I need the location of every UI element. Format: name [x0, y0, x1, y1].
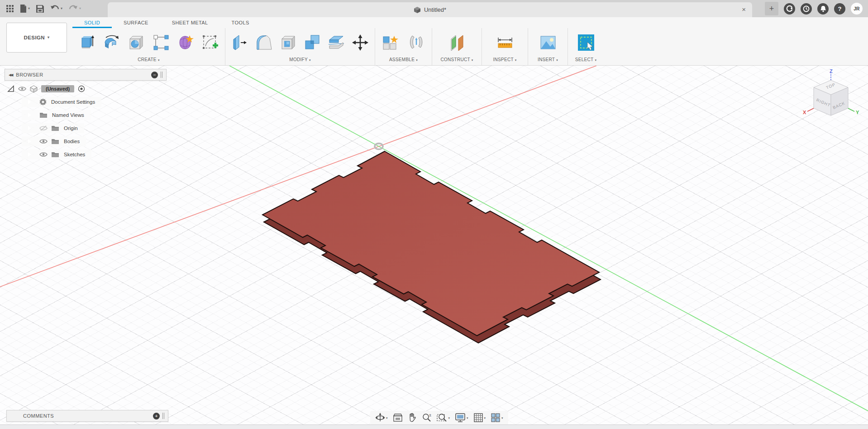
file-menu-button[interactable]: ▾: [20, 5, 30, 13]
app-launcher-icon[interactable]: [6, 5, 14, 12]
group-label-modify[interactable]: MODIFY ▾: [225, 56, 375, 65]
tab-tools[interactable]: TOOLS: [220, 18, 261, 28]
group-label-select[interactable]: SELECT ▾: [568, 56, 604, 65]
select-icon[interactable]: [576, 33, 596, 53]
extrude-icon[interactable]: [77, 33, 97, 53]
new-tab-button[interactable]: +: [765, 2, 778, 15]
group-construct: CONSTRUCT ▾: [432, 28, 482, 65]
redo-button[interactable]: ▾: [69, 5, 81, 12]
new-component-icon[interactable]: [381, 33, 401, 53]
notifications-bell-icon[interactable]: [817, 3, 829, 14]
minimize-panel-icon[interactable]: −: [151, 72, 158, 78]
job-status-icon[interactable]: [801, 3, 812, 14]
workspace-selector[interactable]: DESIGN ▾: [6, 23, 67, 53]
expand-arrow-icon[interactable]: [28, 113, 31, 117]
comments-panel-title: COMMENTS: [23, 413, 153, 419]
title-bar: ▾ ▾ ▾ Untitled* × + ? JR: [0, 0, 868, 17]
zoom-window-tool[interactable]: ▾: [435, 413, 452, 423]
model-body[interactable]: [262, 151, 601, 343]
expand-arrow-icon[interactable]: [28, 100, 31, 104]
document-cube-icon: [414, 6, 421, 14]
expand-arrow-icon[interactable]: [28, 126, 31, 130]
visibility-eye-icon[interactable]: [39, 139, 48, 144]
combine-icon[interactable]: [302, 33, 322, 53]
viewcube-x-label: X: [803, 110, 806, 115]
create-sketch-icon[interactable]: [200, 33, 220, 53]
group-label-assemble[interactable]: ASSEMBLE ▾: [375, 56, 432, 65]
browser-panel-header[interactable]: ◀◀ BROWSER −: [5, 69, 167, 81]
status-bar: [0, 424, 868, 429]
help-icon[interactable]: ?: [834, 3, 845, 14]
create-form-icon[interactable]: [176, 33, 196, 53]
chevron-down-icon[interactable]: ▾: [467, 416, 468, 419]
activate-component-radio[interactable]: [78, 85, 85, 92]
fillet-icon[interactable]: [254, 33, 274, 53]
rectangular-pattern-icon[interactable]: [151, 33, 171, 53]
browser-item-named-views[interactable]: Named Views: [22, 110, 91, 120]
joint-icon[interactable]: [406, 33, 426, 53]
measure-icon[interactable]: [495, 33, 515, 53]
visibility-hidden-eye-icon[interactable]: [39, 125, 48, 131]
toolbar-tabs: SOLID SURFACE SHEET METAL TOOLS: [72, 18, 261, 28]
chevron-down-icon: ▾: [79, 7, 81, 10]
browser-tree: (Unsaved) Document Settings Named Views: [5, 84, 101, 163]
3d-viewport[interactable]: ◀◀ BROWSER − (Unsaved) Document Sett: [0, 66, 868, 424]
group-select: SELECT ▾: [568, 28, 604, 65]
move-copy-icon[interactable]: [350, 33, 370, 53]
save-button[interactable]: [36, 5, 44, 13]
panel-drag-handle[interactable]: [162, 413, 164, 419]
look-at-tool[interactable]: [391, 413, 404, 422]
offset-plane-icon[interactable]: [447, 33, 467, 53]
revolve-icon[interactable]: [102, 33, 122, 53]
comments-panel-header[interactable]: COMMENTS +: [6, 410, 168, 422]
browser-item-document-settings[interactable]: Document Settings: [22, 97, 101, 107]
chevron-down-icon[interactable]: ▾: [386, 416, 388, 419]
chevron-down-icon[interactable]: ▾: [484, 416, 486, 419]
browser-root-row[interactable]: (Unsaved): [5, 84, 91, 94]
group-label-inspect[interactable]: INSPECT ▾: [482, 56, 528, 65]
browser-item-bodies[interactable]: Bodies: [22, 136, 86, 146]
panel-drag-handle[interactable]: [161, 72, 162, 78]
folder-icon: [39, 112, 48, 118]
visibility-eye-icon[interactable]: [18, 86, 26, 92]
close-tab-icon[interactable]: ×: [742, 5, 746, 14]
chevron-down-icon[interactable]: ▾: [448, 416, 450, 419]
view-cube[interactable]: Z TOP RIGHT BACK X Y: [801, 68, 861, 124]
hole-icon[interactable]: [126, 33, 146, 53]
zoom-tool[interactable]: ±: [420, 413, 433, 423]
browser-item-origin[interactable]: Origin: [22, 123, 84, 133]
visibility-eye-icon[interactable]: [39, 152, 48, 157]
group-create: CREATE ▾: [72, 28, 225, 65]
collapse-panel-icon[interactable]: ◀◀: [9, 73, 12, 77]
grid-and-snaps-tool[interactable]: ▾: [472, 413, 487, 423]
insert-canvas-icon[interactable]: [538, 33, 558, 53]
document-title: Untitled*: [424, 6, 446, 13]
folder-icon: [51, 138, 59, 145]
root-component-name[interactable]: (Unsaved): [41, 85, 74, 92]
display-settings-tool[interactable]: ▾: [453, 413, 470, 423]
browser-item-sketches[interactable]: Sketches: [22, 149, 91, 159]
press-pull-icon[interactable]: [230, 33, 250, 53]
extensions-icon[interactable]: [784, 3, 795, 14]
tab-solid[interactable]: SOLID: [72, 18, 112, 28]
expand-arrow-icon[interactable]: [28, 139, 31, 144]
add-comment-icon[interactable]: +: [153, 413, 160, 419]
viewcube-y-label: Y: [856, 110, 859, 115]
orbit-tool[interactable]: ▾: [374, 413, 389, 423]
group-label-construct[interactable]: CONSTRUCT ▾: [432, 56, 482, 65]
group-label-create[interactable]: CREATE ▾: [72, 56, 225, 65]
user-avatar[interactable]: JR: [851, 3, 863, 14]
tab-surface[interactable]: SURFACE: [112, 18, 160, 28]
undo-button[interactable]: ▾: [50, 5, 62, 12]
expand-arrow-icon[interactable]: [28, 152, 31, 157]
chevron-down-icon[interactable]: ▾: [501, 416, 503, 419]
toolbar: DESIGN ▾ SOLID SURFACE SHEET METAL TOOLS: [0, 17, 868, 66]
pan-tool[interactable]: [406, 413, 418, 423]
viewports-tool[interactable]: ▾: [489, 413, 505, 423]
shell-icon[interactable]: [278, 33, 298, 53]
group-label-insert[interactable]: INSERT ▾: [528, 56, 568, 65]
split-body-icon[interactable]: [326, 33, 346, 53]
document-tab[interactable]: Untitled* ×: [108, 2, 752, 17]
tab-sheet-metal[interactable]: SHEET METAL: [160, 18, 220, 28]
expanded-arrow-icon[interactable]: [7, 85, 14, 92]
